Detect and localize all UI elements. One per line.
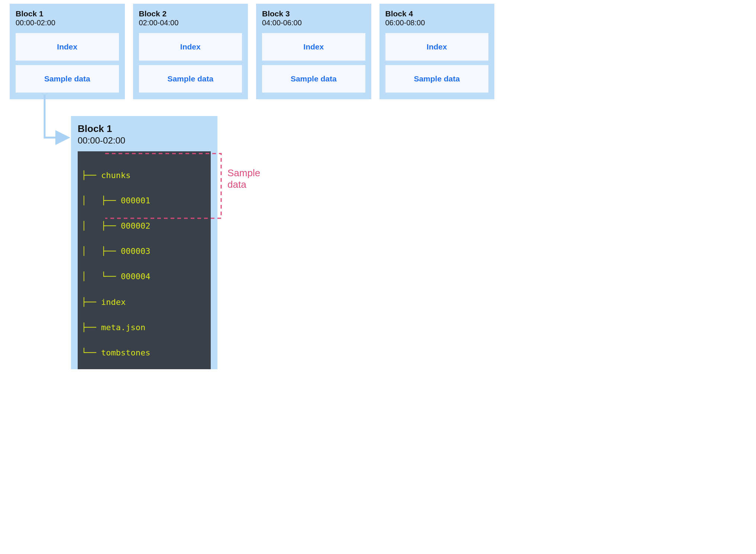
block-index-box: Index xyxy=(385,33,489,61)
block-header: Block 2 02:00-04:00 xyxy=(139,9,242,27)
block-1: Block 1 00:00-02:00 Index Sample data xyxy=(10,4,125,99)
block-header: Block 1 00:00-02:00 xyxy=(16,9,119,27)
detail-time-range: 00:00-02:00 xyxy=(78,135,211,146)
tree-line: │ ├── 000002 xyxy=(81,220,205,232)
block-1-detail: Block 1 00:00-02:00 ├── chunks │ ├── 000… xyxy=(71,116,217,369)
blocks-row: Block 1 00:00-02:00 Index Sample data Bl… xyxy=(10,4,494,99)
block-time-range: 04:00-06:00 xyxy=(262,18,365,27)
tree-line: │ └── 000004 xyxy=(81,270,205,283)
tree-line: ├── index xyxy=(81,296,205,309)
block-title: Block 3 xyxy=(262,9,365,18)
index-label: Index xyxy=(427,42,447,51)
detail-header: Block 1 00:00-02:00 xyxy=(78,123,211,146)
block-title: Block 1 xyxy=(16,9,119,18)
tree-line: └── tombstones xyxy=(81,347,205,359)
sample-label: Sample data xyxy=(414,74,460,83)
block-index-box: Index xyxy=(262,33,365,61)
block-title: Block 2 xyxy=(139,9,242,18)
sample-label: Sample data xyxy=(291,74,337,83)
annotation-line1: Sample xyxy=(227,167,260,178)
block-index-box: Index xyxy=(139,33,242,61)
index-label: Index xyxy=(57,42,77,51)
block-header: Block 4 06:00-08:00 xyxy=(385,9,489,27)
block-time-range: 00:00-02:00 xyxy=(16,18,119,27)
block-sample-box: Sample data xyxy=(385,65,489,93)
tree-line: ├── chunks xyxy=(81,169,205,182)
annotation-line2: data xyxy=(227,179,246,190)
block-2: Block 2 02:00-04:00 Index Sample data xyxy=(133,4,248,99)
sample-label: Sample data xyxy=(167,74,213,83)
block-time-range: 06:00-08:00 xyxy=(385,18,489,27)
block-sample-box: Sample data xyxy=(262,65,365,93)
block-sample-box: Sample data xyxy=(16,65,119,93)
sample-label: Sample data xyxy=(44,74,90,83)
index-label: Index xyxy=(303,42,324,51)
block-sample-box: Sample data xyxy=(139,65,242,93)
tree-line: ├── meta.json xyxy=(81,321,205,334)
block-4: Block 4 06:00-08:00 Index Sample data xyxy=(379,4,495,99)
block-time-range: 02:00-04:00 xyxy=(139,18,242,27)
sample-data-annotation: Sample data xyxy=(227,167,260,190)
index-label: Index xyxy=(180,42,201,51)
block-header: Block 3 04:00-06:00 xyxy=(262,9,365,27)
detail-title: Block 1 xyxy=(78,123,211,135)
block-title: Block 4 xyxy=(385,9,489,18)
tree-line: │ ├── 000003 xyxy=(81,245,205,258)
directory-tree: ├── chunks │ ├── 000001 │ ├── 000002 │ ├… xyxy=(78,151,211,370)
block-index-box: Index xyxy=(16,33,119,61)
block-3: Block 3 04:00-06:00 Index Sample data xyxy=(256,4,371,99)
tree-line: │ ├── 000001 xyxy=(81,194,205,207)
